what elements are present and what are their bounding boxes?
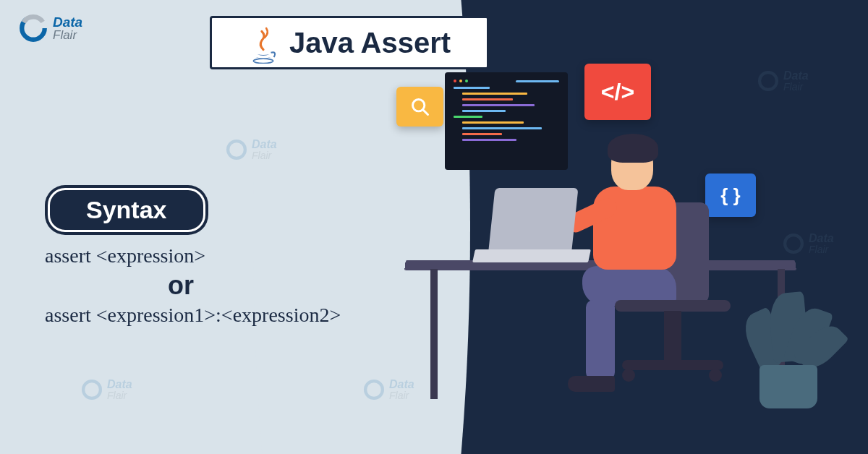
person xyxy=(568,376,615,392)
chair xyxy=(622,360,723,370)
page-title: Java Assert xyxy=(289,27,451,59)
person xyxy=(608,134,658,163)
chair xyxy=(615,300,731,312)
syntax-label: Syntax xyxy=(48,188,205,232)
braces-icon: { } xyxy=(720,184,740,207)
laptop-icon xyxy=(472,249,591,262)
svg-point-3 xyxy=(83,381,101,398)
code-line-2: assert <expression1>:<expression2> xyxy=(45,304,341,327)
svg-line-9 xyxy=(422,109,427,114)
chair xyxy=(709,369,722,382)
search-icon xyxy=(410,97,430,117)
java-icon xyxy=(248,25,278,60)
svg-point-2 xyxy=(228,141,245,158)
svg-point-4 xyxy=(365,381,383,398)
code-tag-panel: </> xyxy=(584,64,651,120)
syntax-badge: Syntax xyxy=(45,185,208,235)
brand-logo: Data Flair xyxy=(18,13,82,43)
developer-illustration: </> { } xyxy=(405,80,839,427)
watermark: DataFlair xyxy=(224,137,277,162)
title-box: Java Assert xyxy=(210,16,489,69)
chair xyxy=(622,369,635,382)
desk-leg xyxy=(430,269,438,399)
monitor-icon xyxy=(445,72,568,170)
code-block: assert <expression> or assert <expressio… xyxy=(45,244,341,330)
code-tag-icon: </> xyxy=(601,79,634,106)
braces-panel: { } xyxy=(705,174,756,217)
code-line-1: assert <expression> xyxy=(45,244,341,267)
search-panel xyxy=(396,87,443,127)
code-or: or xyxy=(168,270,341,301)
slide-canvas: Data Flair DataFlair DataFlair DataFlair… xyxy=(0,0,868,454)
plant-icon xyxy=(745,282,832,376)
logo-icon xyxy=(18,13,48,43)
plant-pot xyxy=(760,365,817,408)
chair xyxy=(664,311,681,361)
laptop-icon xyxy=(489,188,579,249)
person xyxy=(586,300,615,380)
watermark: DataFlair xyxy=(80,377,132,402)
logo-text-top: Data xyxy=(53,15,82,29)
logo-text-bottom: Flair xyxy=(53,29,82,41)
svg-point-7 xyxy=(253,59,273,63)
